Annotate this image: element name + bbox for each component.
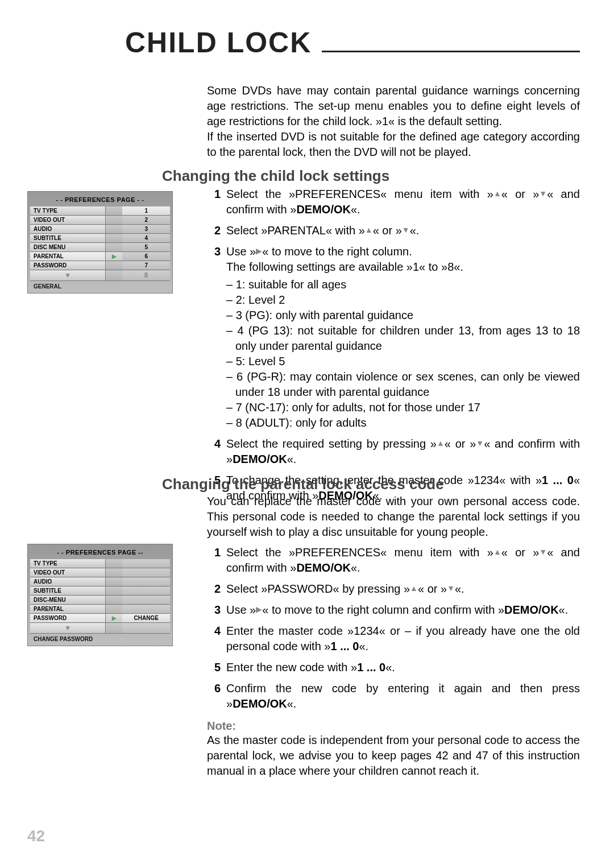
step-1: 1 Select the »PREFERENCES« menu item wit… [207,187,580,217]
note-body: As the master code is independent from y… [207,733,580,779]
intro-paragraph: Some DVDs have may contain parental guid… [207,83,580,160]
section1-steps: 1 Select the »PREFERENCES« menu item wit… [207,187,580,509]
step-5: 5 Enter the new code with »1 ... 0«. [207,660,580,675]
rating-level: – 5: Level 5 [226,354,580,369]
menu1-row: AUDIO3 [30,225,170,234]
menu2-row: AUDIO [30,577,170,586]
note-label: Note: [207,720,580,733]
right-icon: ▶ [256,604,262,615]
menu1-down-icon: ▼ [30,270,106,281]
menu1-row-highlight: PARENTAL▶6 [30,252,170,261]
step-4: 4 Enter the master code »1234« or – if y… [207,623,580,654]
step-2: 2 Select »PARENTAL« with »▲« or »▼«. [207,223,580,238]
menu1-row: ▼8 [30,270,170,281]
section2-intro: You can replace the master code with you… [207,494,580,540]
up-icon: ▲ [437,438,445,449]
menu2-row: SUBTITLE [30,586,170,596]
rating-level: – 7 (NC-17): only for adults, not for th… [226,400,580,415]
menu1-table: TV TYPE1 VIDEO OUT2 AUDIO3 SUBTITLE4 DIS… [30,206,170,281]
step-3: 3 Use »▶« to move to the right column an… [207,602,580,618]
page: CHILD LOCK Some DVDs have may contain pa… [0,0,614,868]
up-icon: ▲ [410,583,418,594]
menu2-arrow-icon: ▶ [106,614,123,623]
menu2-row: VIDEO OUT [30,568,170,577]
menu2-row: DISC-MENU [30,596,170,605]
down-icon: ▼ [539,547,547,557]
menu2-table: TV TYPE VIDEO OUT AUDIO SUBTITLE DISC-ME… [30,559,170,634]
menu2-footer: CHANGE PASSWORD [30,634,170,643]
rating-level: – 1: suitable for all ages [226,277,580,292]
down-icon: ▼ [447,583,455,594]
right-icon: ▶ [256,246,262,257]
down-icon: ▼ [539,188,547,199]
rating-levels-list: – 1: suitable for all ages – 2: Level 2 … [226,277,580,431]
section1-heading: Changing the child lock settings [162,167,389,185]
rating-level: – 4 (PG 13): not suitable for children u… [226,323,580,354]
menu1-footer: GENERAL [30,281,170,291]
menu2-title: - - PREFERENCES PAGE -- [30,547,170,559]
menu1-row: DISC MENU5 [30,243,170,252]
menu2-row: TV TYPE [30,559,170,568]
menu1-row: SUBTITLE4 [30,234,170,243]
rating-level: – 3 (PG): only with parental guidance [226,308,580,323]
page-number: 42 [27,827,45,845]
menu2-down-icon: ▼ [30,623,106,634]
menu1-row: VIDEO OUT2 [30,216,170,225]
menu1-row: PASSWORD7 [30,261,170,270]
title-rule [322,51,580,52]
menu2-row: PARENTAL [30,605,170,614]
menu2-row-highlight: PASSWORD▶CHANGE [30,614,170,623]
step-6: 6 Confirm the new code by entering it ag… [207,681,580,712]
up-icon: ▲ [365,225,373,235]
step-4: 4 Select the required setting by pressin… [207,436,580,467]
section2-steps: 1 Select the »PREFERENCES« menu item wit… [207,545,580,779]
section2-heading: Changing the parental lock access code [162,476,444,493]
menu1-row: TV TYPE1 [30,206,170,216]
up-icon: ▲ [493,547,501,557]
menu2-row: ▼ [30,623,170,634]
step-2: 2 Select »PASSWORD« by pressing »▲« or »… [207,581,580,597]
step-1: 1 Select the »PREFERENCES« menu item wit… [207,545,580,576]
title-row: CHILD LOCK [125,26,580,59]
page-title: CHILD LOCK [125,26,312,59]
up-icon: ▲ [493,188,501,199]
step-3: 3 Use »▶« to move to the right column. T… [207,244,580,431]
rating-level: – 6 (PG-R): may contain violence or sex … [226,369,580,400]
menu1-title: - - PREFERENCES PAGE - - [30,194,170,206]
preferences-menu-2: - - PREFERENCES PAGE -- TV TYPE VIDEO OU… [27,544,173,646]
down-icon: ▼ [402,225,410,235]
down-icon: ▼ [476,438,484,449]
preferences-menu-1: - - PREFERENCES PAGE - - TV TYPE1 VIDEO … [27,191,173,294]
rating-level: – 2: Level 2 [226,292,580,308]
menu1-arrow-icon: ▶ [106,252,123,261]
rating-level: – 8 (ADULT): only for adults [226,415,580,431]
